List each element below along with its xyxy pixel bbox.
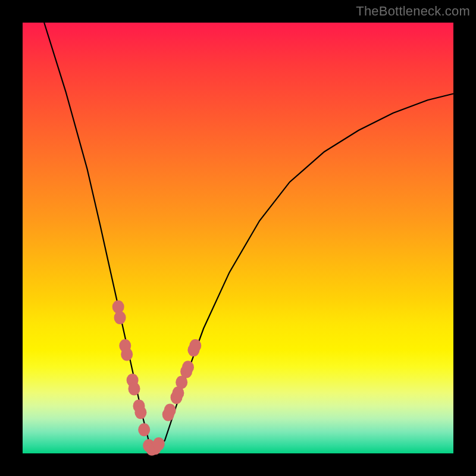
chart-svg <box>23 23 453 453</box>
marker-point <box>129 382 140 395</box>
marker-point <box>189 339 201 352</box>
marker-point <box>114 311 126 324</box>
marker-point <box>138 423 150 436</box>
marker-point <box>153 437 165 450</box>
marker-point <box>121 348 133 361</box>
marker-point <box>164 404 176 417</box>
bottleneck-curve-path <box>44 23 453 449</box>
marker-point <box>182 361 194 374</box>
watermark-text: TheBottleneck.com <box>356 4 470 19</box>
marker-group <box>112 300 202 456</box>
outer-frame: TheBottleneck.com <box>0 0 476 476</box>
marker-point <box>134 406 146 419</box>
plot-area <box>23 23 453 453</box>
